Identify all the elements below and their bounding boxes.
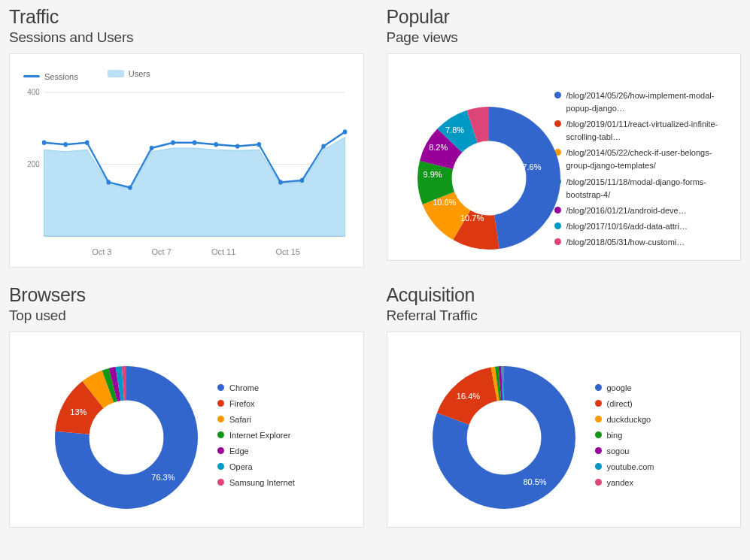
legend-item[interactable]: Chrome: [217, 382, 295, 395]
panel-title: Browsers: [9, 284, 364, 306]
legend-item[interactable]: Safari: [217, 413, 295, 426]
x-tick: Oct 7: [152, 247, 172, 256]
line-legend: Sessions Users: [23, 69, 350, 81]
legend-label: Internet Explorer: [229, 429, 290, 442]
legend-label: /blog/2015/11/18/modal-django-forms-boot…: [566, 176, 720, 201]
legend-dot-icon: [217, 416, 224, 422]
panel-browsers: Browsers Top used 76.3%13% ChromeFirefox…: [9, 284, 364, 528]
legend-label: Sessions: [44, 72, 78, 81]
legend-sessions: Sessions: [23, 72, 92, 81]
acquisition-card: 80.5%16.4% google(direct)duckduckgobings…: [387, 331, 742, 528]
legend-item[interactable]: /blog/2014/05/26/how-implement-modal-pop…: [554, 89, 720, 115]
panel-traffic: Traffic Sessions and Users Sessions User…: [9, 6, 364, 268]
page-views-donut-chart[interactable]: 47.6%10.7%10.6%9.9%8.2%7.8%: [418, 107, 545, 235]
legend-item[interactable]: google: [595, 382, 654, 395]
svg-point-6: [63, 142, 68, 147]
svg-point-5: [42, 140, 47, 144]
panel-title: Traffic: [9, 6, 364, 28]
panel-subtitle: Sessions and Users: [9, 29, 364, 46]
legend-item[interactable]: duckduckgo: [595, 413, 654, 426]
svg-point-19: [343, 129, 348, 134]
traffic-card: Sessions Users 400200 Oct 3 Oct 7 Oct 11…: [9, 53, 364, 268]
panel-popular: Popular Page views 47.6%10.7%10.6%9.9%8.…: [387, 6, 742, 268]
x-tick: Oct 11: [211, 247, 235, 256]
svg-point-8: [107, 180, 111, 184]
legend-label: Opera: [229, 461, 253, 474]
legend-label: sogou: [607, 445, 630, 458]
legend-label: Users: [129, 69, 150, 78]
panel-acquisition: Acquisition Referral Traffic 80.5%16.4% …: [387, 284, 742, 528]
x-tick: Oct 3: [92, 247, 111, 256]
svg-text:400: 400: [27, 87, 39, 96]
popular-card: 47.6%10.7%10.6%9.9%8.2%7.8% /blog/2014/0…: [387, 53, 742, 261]
legend-label: duckduckgo: [607, 413, 651, 426]
legend-item[interactable]: Opera: [217, 461, 295, 474]
legend-label: /blog/2016/01/21/android-deve…: [566, 204, 687, 217]
legend-item[interactable]: bing: [595, 429, 654, 442]
legend-item[interactable]: /blog/2016/01/21/android-deve…: [554, 204, 720, 217]
legend-label: /blog/2014/05/26/how-implement-modal-pop…: [566, 89, 720, 115]
svg-point-14: [235, 144, 240, 148]
browsers-donut-chart[interactable]: 76.3%13%: [55, 366, 198, 509]
svg-point-10: [150, 145, 154, 150]
legend-label: /blog/2018/05/31/how-customi…: [566, 236, 685, 249]
legend-dot-icon: [595, 447, 602, 454]
legend-dot-icon: [595, 400, 602, 407]
legend-item[interactable]: yandex: [595, 477, 654, 489]
legend-item[interactable]: /blog/2018/05/31/how-customi…: [554, 236, 720, 249]
svg-point-15: [257, 142, 262, 147]
panel-subtitle: Top used: [9, 307, 364, 324]
legend-dot-icon: [217, 384, 224, 391]
legend-item[interactable]: sogou: [595, 445, 654, 458]
legend-item[interactable]: (direct): [595, 398, 654, 410]
legend-item[interactable]: /blog/2014/05/22/check-if-user-belongs-g…: [554, 147, 720, 172]
legend-dot-icon: [595, 431, 602, 438]
referral-legend: google(direct)duckduckgobingsogouyoutube…: [595, 382, 654, 492]
legend-item[interactable]: Samsung Internet: [217, 477, 295, 489]
line-swatch-icon: [23, 75, 40, 77]
panel-subtitle: Referral Traffic: [387, 307, 742, 324]
legend-dot-icon: [217, 463, 224, 470]
legend-label: yandex: [607, 477, 633, 489]
legend-dot-icon: [554, 92, 561, 98]
legend-item[interactable]: Firefox: [217, 398, 295, 410]
legend-item[interactable]: /blog/2017/10/16/add-data-attri…: [554, 220, 720, 233]
svg-point-13: [214, 142, 218, 147]
legend-label: (direct): [607, 398, 633, 410]
legend-label: Edge: [229, 445, 249, 458]
area-swatch-icon: [108, 70, 124, 77]
svg-point-17: [300, 177, 305, 182]
legend-item[interactable]: Internet Explorer: [217, 429, 295, 442]
legend-item[interactable]: /blog/2015/11/18/modal-django-forms-boot…: [554, 176, 720, 201]
legend-label: Firefox: [229, 398, 255, 410]
x-tick: Oct 15: [275, 247, 299, 256]
legend-dot-icon: [595, 479, 602, 486]
panel-title: Popular: [387, 6, 742, 28]
legend-label: youtube.com: [607, 461, 654, 474]
svg-point-18: [321, 144, 326, 148]
legend-item[interactable]: /blog/2019/01/11/react-virtualized-infin…: [554, 118, 720, 144]
legend-label: google: [607, 382, 632, 395]
svg-point-7: [85, 140, 90, 144]
legend-dot-icon: [217, 479, 224, 486]
legend-item[interactable]: Edge: [217, 445, 295, 458]
legend-dot-icon: [217, 447, 224, 454]
legend-label: /blog/2014/05/22/check-if-user-belongs-g…: [566, 147, 720, 172]
browsers-card: 76.3%13% ChromeFirefoxSafariInternet Exp…: [9, 331, 364, 528]
legend-label: /blog/2017/10/16/add-data-attri…: [566, 220, 688, 233]
panel-subtitle: Page views: [387, 29, 742, 46]
sessions-users-line-chart[interactable]: 400200: [23, 87, 350, 241]
referral-donut-chart[interactable]: 80.5%16.4%: [433, 366, 575, 509]
legend-item[interactable]: youtube.com: [595, 461, 654, 474]
legend-dot-icon: [595, 416, 602, 422]
svg-point-16: [278, 180, 283, 184]
legend-label: Safari: [229, 413, 251, 426]
legend-label: bing: [607, 429, 623, 442]
legend-label: /blog/2019/01/11/react-virtualized-infin…: [566, 118, 720, 144]
x-axis-labels: Oct 3 Oct 7 Oct 11 Oct 15: [23, 244, 350, 256]
browsers-legend: ChromeFirefoxSafariInternet ExplorerEdge…: [217, 382, 295, 492]
panel-title: Acquisition: [387, 284, 742, 306]
legend-dot-icon: [595, 384, 602, 391]
legend-dot-icon: [217, 431, 224, 438]
legend-users: Users: [108, 69, 164, 78]
